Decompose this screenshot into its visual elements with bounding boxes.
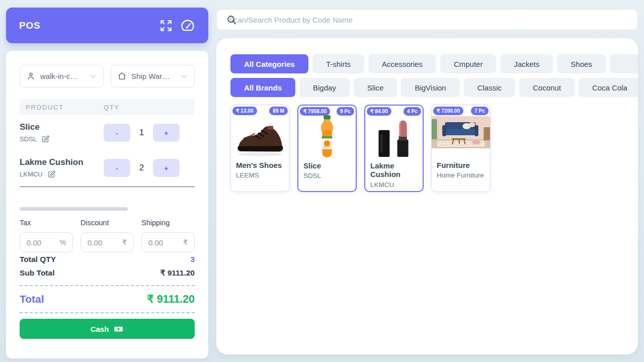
- shipping-label: Shipping: [141, 219, 195, 227]
- total-label: Total: [20, 293, 44, 305]
- brand-chip-all[interactable]: All Brands: [230, 78, 295, 97]
- warehouse-select[interactable]: Ship War…: [111, 65, 195, 87]
- product-name: Slice: [298, 159, 356, 170]
- brand-chip[interactable]: Coconut: [519, 78, 575, 97]
- pos-sidebar: POS walk-in-c…: [6, 8, 208, 358]
- search-bar: [216, 9, 638, 30]
- total-value: ₹ 9111.20: [147, 293, 195, 306]
- dashed-divider: [20, 312, 195, 313]
- stock-badge: 4 Pc: [404, 107, 421, 116]
- discount-label: Discount: [80, 219, 134, 227]
- person-icon: [26, 71, 36, 81]
- percent-suffix: %: [60, 238, 66, 246]
- horizontal-scrollbar[interactable]: [20, 207, 128, 211]
- rupee-suffix: ₹: [183, 238, 188, 246]
- qty-value: 1: [130, 128, 153, 138]
- product-code: LEEMS: [231, 169, 289, 180]
- warehouse-select-value: Ship War…: [131, 72, 170, 80]
- qty-decrease-button[interactable]: -: [104, 124, 130, 142]
- sub-total-label: Sub Total: [20, 266, 54, 280]
- qty-increase-button[interactable]: +: [153, 124, 180, 142]
- category-chip[interactable]: [610, 54, 638, 73]
- cart-item-code: LKMCU: [20, 170, 43, 178]
- discount-input[interactable]: 0.00 ₹: [80, 232, 134, 252]
- product-name: Men's Shoes: [231, 158, 289, 169]
- home-icon: [117, 71, 127, 81]
- brand-filter-row: All Brands Bigday Slice BigVision Classi…: [230, 78, 638, 97]
- category-chip-all[interactable]: All Categories: [230, 54, 308, 73]
- total-qty-label: Total QTY: [20, 252, 56, 266]
- product-card[interactable]: ₹ 7200.00 7 Pc: [431, 105, 491, 192]
- total-qty-value: 3: [190, 252, 195, 266]
- chevron-down-icon: [180, 72, 188, 80]
- product-name: Lakme Cushion: [365, 159, 423, 179]
- product-area: All Categories T-shirts Accessories Cmpu…: [216, 9, 638, 354]
- dashboard-icon[interactable]: [180, 18, 195, 33]
- cash-button-label: Cash: [91, 325, 109, 333]
- cart-panel: walk-in-c… Ship War… PRODUCT QTY: [6, 51, 208, 358]
- product-card[interactable]: ₹ 13.00 89 M Men's Shoes LEEMS: [230, 105, 290, 192]
- banknote-icon: [113, 324, 124, 334]
- tax-input[interactable]: 0.00 %: [20, 232, 73, 252]
- catalog-panel: All Categories T-shirts Accessories Cmpu…: [216, 38, 638, 354]
- column-qty: QTY: [104, 104, 120, 111]
- price-badge: ₹ 7200.00: [433, 107, 463, 115]
- search-input[interactable]: [217, 10, 637, 30]
- discount-value: 0.00: [88, 238, 102, 247]
- price-badge: ₹ 84.00: [367, 107, 391, 116]
- brand-chip[interactable]: Classic: [464, 78, 515, 97]
- category-chip[interactable]: Shoes: [557, 54, 606, 73]
- dashed-divider: [20, 285, 195, 286]
- cart-item-name: Slice: [20, 122, 104, 132]
- qty-increase-button[interactable]: +: [153, 159, 180, 177]
- column-product: PRODUCT: [20, 104, 104, 111]
- sub-total-value: ₹ 9111.20: [160, 266, 195, 280]
- category-chip[interactable]: Jackets: [500, 54, 553, 73]
- stock-badge: 89 M: [269, 107, 288, 115]
- cart-row: Lakme Cushion LKMCU - 2 +: [20, 150, 195, 186]
- cart-item-name: Lakme Cushion: [20, 157, 104, 167]
- pos-header: POS: [6, 8, 208, 43]
- price-badge: ₹ 7958.00: [300, 107, 330, 116]
- app-title: POS: [19, 20, 41, 31]
- cart-row: Slice SDSL - 1 +: [20, 115, 195, 150]
- stock-badge: 7 Pc: [471, 107, 489, 115]
- qty-value: 2: [130, 163, 153, 173]
- stock-badge: 9 Pc: [337, 107, 354, 116]
- cart-item-code: SDSL: [20, 135, 37, 143]
- shipping-input[interactable]: 0.00 ₹: [141, 232, 195, 252]
- tax-label: Tax: [20, 219, 73, 227]
- rupee-suffix: ₹: [122, 238, 127, 246]
- qty-decrease-button[interactable]: -: [104, 159, 130, 177]
- brand-chip[interactable]: BigVision: [401, 78, 459, 97]
- product-name: Furniture: [432, 158, 490, 169]
- brand-chip[interactable]: Coca Cola: [579, 78, 638, 97]
- fullscreen-icon[interactable]: [159, 19, 173, 32]
- category-filter-row: All Categories T-shirts Accessories Cmpu…: [230, 54, 638, 73]
- table-divider: [20, 187, 195, 187]
- chevron-down-icon: [89, 72, 97, 80]
- category-chip[interactable]: Cmputer: [440, 54, 497, 73]
- edit-icon[interactable]: [47, 170, 56, 178]
- brand-chip[interactable]: Bigday: [299, 78, 350, 97]
- category-chip[interactable]: Accessories: [368, 54, 436, 73]
- product-card[interactable]: ₹ 7958.00 9 Pc Slice SDSL: [297, 105, 357, 192]
- product-code: Home Furniture: [432, 169, 490, 180]
- cart-table-header: PRODUCT QTY: [20, 99, 195, 115]
- customer-select-value: walk-in-c…: [40, 72, 77, 80]
- edit-icon[interactable]: [41, 135, 50, 143]
- product-grid: ₹ 13.00 89 M Men's Shoes LEEMS: [230, 105, 638, 192]
- customer-select[interactable]: walk-in-c…: [20, 65, 104, 87]
- category-chip[interactable]: T-shirts: [312, 54, 364, 73]
- shipping-value: 0.00: [148, 238, 163, 247]
- price-badge: ₹ 13.00: [232, 107, 257, 115]
- brand-chip[interactable]: Slice: [354, 78, 397, 97]
- product-code: LKMCU: [365, 179, 423, 190]
- product-code: SDSL: [298, 170, 356, 180]
- cash-button[interactable]: Cash: [20, 319, 195, 339]
- tax-value: 0.00: [27, 238, 41, 247]
- product-card[interactable]: ₹ 84.00 4 Pc Lakme Cushion LKMCU: [364, 105, 424, 192]
